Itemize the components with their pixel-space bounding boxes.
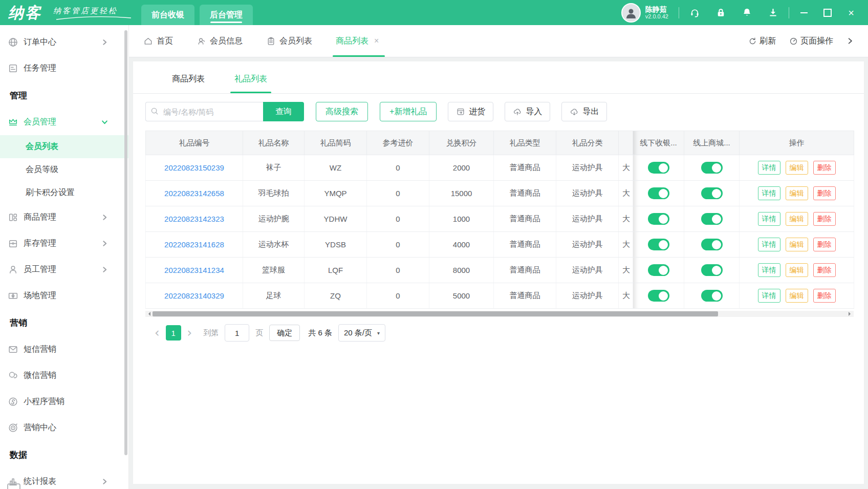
topbar-divider xyxy=(789,7,789,18)
online-mall-toggle[interactable] xyxy=(701,187,723,199)
sidebar-item[interactable]: 场地管理 xyxy=(0,283,128,309)
sidebar-scrollbar[interactable] xyxy=(124,30,127,455)
delete-button[interactable]: 删除 xyxy=(813,212,836,226)
sidebar-item[interactable]: 任务管理 xyxy=(0,55,128,81)
offline-cashier-toggle[interactable] xyxy=(648,213,669,225)
purchase-button[interactable]: 进货 xyxy=(448,102,493,121)
offline-cashier-toggle[interactable] xyxy=(648,187,669,199)
close-button[interactable]: × xyxy=(847,8,856,17)
tab-goods-list[interactable]: 商品列表 xyxy=(172,74,205,93)
next-page-button[interactable]: › xyxy=(187,328,192,338)
gift-no-link[interactable]: 20220823141234 xyxy=(146,258,243,283)
offline-cashier-toggle[interactable] xyxy=(648,264,669,276)
refresh-button[interactable]: 刷新 xyxy=(748,36,776,47)
points-cell: 1000 xyxy=(429,206,494,232)
breadcrumb-tab[interactable]: 会员信息 xyxy=(197,25,243,57)
online-mall-toggle[interactable] xyxy=(701,162,723,174)
close-tab-icon[interactable]: × xyxy=(374,36,379,46)
edit-button[interactable]: 编辑 xyxy=(786,238,808,251)
delete-button[interactable]: 删除 xyxy=(813,289,836,303)
detail-button[interactable]: 详情 xyxy=(758,238,780,251)
scrollbar-thumb[interactable] xyxy=(153,311,718,316)
goto-page-input[interactable] xyxy=(225,324,249,342)
export-button[interactable]: 导出 xyxy=(561,102,607,121)
prev-page-button[interactable]: ‹ xyxy=(155,328,160,338)
online-mall-toggle[interactable] xyxy=(701,213,723,225)
horizontal-scrollbar[interactable] xyxy=(145,311,854,317)
detail-button[interactable]: 详情 xyxy=(758,289,780,303)
chevron-right-icon[interactable] xyxy=(847,37,854,45)
sidebar-item[interactable]: 商品管理 xyxy=(0,204,128,230)
sidebar-item[interactable]: 微信营销 xyxy=(0,363,128,389)
table-body: 20220823150239袜子WZ02000普通商品运动护具大详情编辑删除20… xyxy=(146,155,854,309)
online-mall-toggle[interactable] xyxy=(701,239,723,250)
detail-button[interactable]: 详情 xyxy=(758,186,780,200)
sidebar-item[interactable]: 订单中心 xyxy=(0,29,128,55)
topnav-tab[interactable]: 前台收银 xyxy=(141,5,194,25)
sidebar-item-label: 任务管理 xyxy=(24,63,56,74)
sidebar-partial-item-icon xyxy=(7,483,20,489)
breadcrumb-tab[interactable]: 会员列表 xyxy=(266,25,312,57)
advanced-search-button[interactable]: 高级搜索 xyxy=(316,102,368,121)
sidebar-item[interactable]: 营销中心 xyxy=(0,415,128,441)
sidebar-subitem[interactable]: 刷卡积分设置 xyxy=(0,181,128,204)
detail-button[interactable]: 详情 xyxy=(758,212,780,226)
search-button[interactable]: 查询 xyxy=(263,102,304,121)
delete-button[interactable]: 删除 xyxy=(813,238,836,251)
sidebar-subitem[interactable]: 会员等级 xyxy=(0,158,128,181)
edit-button[interactable]: 编辑 xyxy=(786,212,808,226)
sidebar-item[interactable]: 小程序营销 xyxy=(0,389,128,415)
per-page-select[interactable]: 20 条/页 ▾ xyxy=(338,324,385,342)
online-toggle-cell xyxy=(684,232,740,258)
confirm-page-button[interactable]: 确定 xyxy=(269,325,300,341)
search-input[interactable] xyxy=(145,102,263,121)
gift-no-link[interactable]: 20220823150239 xyxy=(146,155,243,181)
gift-code-cell: YMQP xyxy=(305,181,367,206)
delete-button[interactable]: 删除 xyxy=(813,263,836,277)
bell-icon[interactable] xyxy=(742,7,752,18)
gift-category-cell: 运动护具 xyxy=(556,206,619,232)
add-gift-button[interactable]: +新增礼品 xyxy=(380,102,437,121)
delete-button[interactable]: 删除 xyxy=(813,161,836,175)
offline-cashier-toggle[interactable] xyxy=(648,239,669,250)
scroll-right-arrow-icon[interactable] xyxy=(849,312,853,316)
download-icon[interactable] xyxy=(768,7,778,18)
sidebar-item[interactable]: 短信营销 xyxy=(0,336,128,363)
gift-no-link[interactable]: 20220823140329 xyxy=(146,283,243,309)
import-button[interactable]: 导入 xyxy=(505,102,550,121)
online-mall-toggle[interactable] xyxy=(701,290,723,302)
sidebar-subitem[interactable]: 会员列表 xyxy=(0,135,128,158)
maximize-button[interactable] xyxy=(823,8,832,17)
gift-no-link[interactable]: 20220823142658 xyxy=(146,181,243,206)
gift-no-link[interactable]: 20220823142323 xyxy=(146,206,243,232)
offline-cashier-toggle[interactable] xyxy=(648,162,669,174)
sidebar-section-label: 管理 xyxy=(0,81,128,109)
avatar[interactable] xyxy=(621,3,641,23)
online-mall-toggle[interactable] xyxy=(701,264,723,276)
user-block[interactable]: 陈静茹 v2.0.0.42 xyxy=(621,3,668,23)
offline-cashier-toggle[interactable] xyxy=(648,290,669,302)
topnav-tab[interactable]: 后台管理 xyxy=(200,5,253,25)
edit-button[interactable]: 编辑 xyxy=(786,186,808,200)
detail-button[interactable]: 详情 xyxy=(758,161,780,175)
page-actions-button[interactable]: 页面操作 xyxy=(789,36,833,47)
sidebar-section-label: 数据 xyxy=(0,441,128,469)
gift-no-link[interactable]: 20220823141628 xyxy=(146,232,243,258)
breadcrumb: 首页会员信息会员列表商品列表× xyxy=(143,25,402,57)
edit-button[interactable]: 编辑 xyxy=(786,161,808,175)
current-page-button[interactable]: 1 xyxy=(166,325,181,341)
lock-icon[interactable] xyxy=(715,7,726,18)
breadcrumb-tab[interactable]: 商品列表× xyxy=(336,25,379,57)
minimize-button[interactable] xyxy=(799,8,809,17)
edit-button[interactable]: 编辑 xyxy=(786,289,808,303)
detail-button[interactable]: 详情 xyxy=(758,263,780,277)
sidebar-item[interactable]: 会员管理 xyxy=(0,109,128,135)
edit-button[interactable]: 编辑 xyxy=(786,263,808,277)
tab-gift-list[interactable]: 礼品列表 xyxy=(234,74,267,93)
sidebar-item[interactable]: 员工管理 xyxy=(0,257,128,283)
delete-button[interactable]: 删除 xyxy=(813,186,836,200)
sidebar-item[interactable]: 库存管理 xyxy=(0,230,128,257)
breadcrumb-tab[interactable]: 首页 xyxy=(143,25,173,57)
scroll-left-arrow-icon[interactable] xyxy=(146,312,150,316)
support-icon[interactable] xyxy=(689,7,700,18)
